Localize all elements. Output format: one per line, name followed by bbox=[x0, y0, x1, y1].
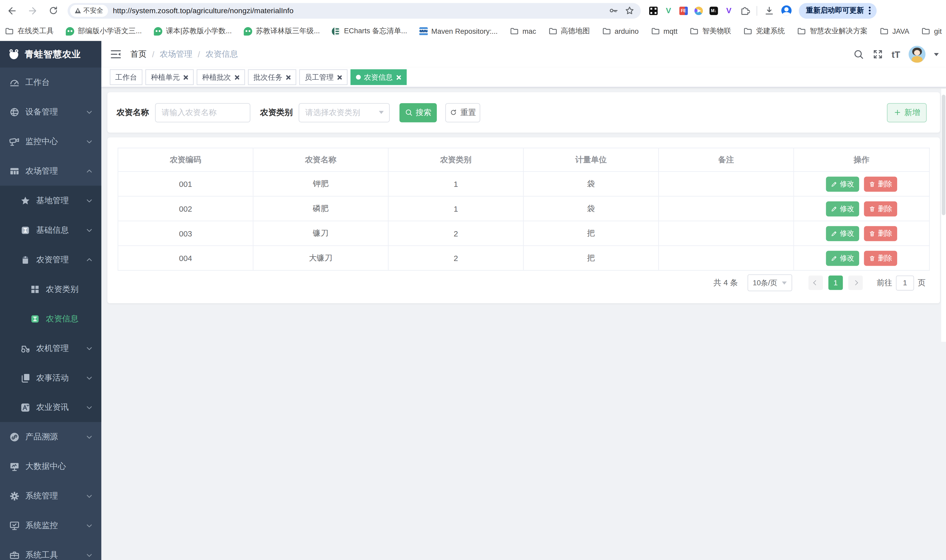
table-header-row: 农资编码 农资名称 农资类别 计量单位 备注 操作 bbox=[118, 148, 929, 172]
sidebar-item-workbench[interactable]: 工作台 bbox=[0, 68, 102, 97]
farm-submenu: 基地管理 基础信息 农资管理 农资类别 bbox=[0, 186, 102, 422]
search-button[interactable]: 搜索 bbox=[399, 103, 437, 122]
sidebar-item-basic-info[interactable]: 基础信息 bbox=[0, 215, 102, 245]
bookmark-folder[interactable]: 党建系统 bbox=[743, 26, 785, 36]
edit-button[interactable]: 修改 bbox=[826, 251, 859, 266]
delete-button[interactable]: 删除 bbox=[864, 226, 897, 241]
qr-extension-icon[interactable] bbox=[649, 6, 657, 15]
bookmark-item[interactable]: ECharts 备忘清单... bbox=[332, 26, 407, 36]
media-extension-icon[interactable] bbox=[694, 6, 703, 15]
password-key-icon[interactable] bbox=[608, 5, 619, 15]
bookmark-folder[interactable]: arduino bbox=[602, 27, 639, 35]
close-icon[interactable] bbox=[285, 74, 291, 80]
goto-page-input[interactable] bbox=[896, 275, 914, 290]
update-chrome-button[interactable]: 重新启动即可更新 bbox=[799, 3, 877, 18]
tab-planting-batch[interactable]: 种植批次 bbox=[197, 69, 245, 85]
sidebar-item-system-monitoring[interactable]: 系统监控 bbox=[0, 511, 102, 540]
chevron-down-icon bbox=[86, 403, 93, 411]
bookmark-item[interactable]: MVNMaven Repository:... bbox=[419, 27, 498, 35]
next-page-button[interactable] bbox=[848, 275, 863, 290]
sidebar-item-agri-news[interactable]: 农业资讯 bbox=[0, 392, 102, 422]
close-icon[interactable] bbox=[183, 74, 188, 80]
sidebar-item-farming-activities[interactable]: 农事活动 bbox=[0, 363, 102, 392]
page-number-1[interactable]: 1 bbox=[829, 275, 843, 290]
vite-extension-icon[interactable]: V bbox=[725, 6, 733, 15]
reset-button[interactable]: 重置 bbox=[445, 103, 480, 122]
sidebar-item-base-management[interactable]: 基地管理 bbox=[0, 186, 102, 215]
sidebar-item-system-management[interactable]: 系统管理 bbox=[0, 481, 102, 511]
breadcrumb-home[interactable]: 首页 bbox=[130, 49, 147, 60]
markdown-extension-icon[interactable]: M↓ bbox=[710, 6, 718, 15]
bookmark-item[interactable]: 苏教译林版三年级... bbox=[244, 26, 320, 36]
font-size-icon[interactable]: tT bbox=[892, 49, 900, 59]
bookmark-folder[interactable]: JAVA bbox=[880, 27, 909, 35]
sidebar-item-material-info[interactable]: 农资信息 bbox=[0, 304, 102, 333]
edit-button[interactable]: 修改 bbox=[826, 176, 859, 191]
tab-workbench[interactable]: 工作台 bbox=[110, 69, 142, 85]
edit-button[interactable]: 修改 bbox=[826, 226, 859, 241]
sidebar-item-material-management[interactable]: 农资管理 bbox=[0, 245, 102, 274]
bookmark-item[interactable]: 课本|苏教版小学数... bbox=[154, 26, 232, 36]
forward-icon[interactable] bbox=[24, 2, 41, 19]
breadcrumb-farm[interactable]: 农场管理 bbox=[160, 49, 192, 60]
sidebar-item-product-tracing[interactable]: 产品溯源 bbox=[0, 422, 102, 452]
chevron-up-icon bbox=[86, 256, 93, 263]
sidebar-item-material-category[interactable]: 农资类别 bbox=[0, 274, 102, 304]
col-header: 备注 bbox=[659, 148, 794, 171]
sidebar-item-devices[interactable]: 设备管理 bbox=[0, 97, 102, 127]
bookmark-star-icon[interactable] bbox=[624, 5, 634, 15]
gear-icon bbox=[9, 490, 20, 501]
url-text[interactable]: http://system.zosoft.top/agriculture/non… bbox=[113, 6, 608, 15]
search-icon[interactable] bbox=[853, 49, 864, 60]
fe-extension-icon[interactable]: FE bbox=[679, 6, 688, 15]
warning-icon bbox=[75, 8, 81, 14]
sidebar-item-farm-management[interactable]: 农场管理 bbox=[0, 156, 102, 186]
bookmark-item[interactable]: 部编版小学语文三... bbox=[66, 26, 142, 36]
material-name-input[interactable] bbox=[155, 103, 250, 122]
delete-button[interactable]: 删除 bbox=[864, 176, 897, 191]
chrome-profile-avatar[interactable] bbox=[781, 6, 792, 16]
sidebar-item-monitoring-center[interactable]: 监控中心 bbox=[0, 127, 102, 156]
extensions-puzzle-icon[interactable] bbox=[740, 5, 750, 15]
bookmark-folder[interactable]: 智美物联 bbox=[690, 26, 731, 36]
sidebar-item-machinery-management[interactable]: 农机管理 bbox=[0, 333, 102, 363]
delete-button[interactable]: 删除 bbox=[864, 251, 897, 266]
delete-button[interactable]: 删除 bbox=[864, 201, 897, 216]
user-avatar[interactable] bbox=[909, 46, 925, 63]
material-category-select[interactable]: 请选择农资类别 bbox=[299, 103, 390, 122]
address-bar[interactable]: 不安全 http://system.zosoft.top/agriculture… bbox=[68, 3, 641, 18]
tab-batch-task[interactable]: 批次任务 bbox=[248, 69, 296, 85]
pagination: 共 4 条 10条/页 1 前往 页 bbox=[713, 274, 925, 291]
close-icon[interactable] bbox=[234, 74, 239, 80]
bookmark-folder[interactable]: 在线类工具 bbox=[5, 26, 54, 36]
tab-planting-unit[interactable]: 种植单元 bbox=[145, 69, 194, 85]
sidebar-item-bigdata-center[interactable]: 大数据中心 bbox=[0, 452, 102, 481]
tab-material-info[interactable]: 农资信息 bbox=[350, 69, 406, 85]
add-button[interactable]: 新增 bbox=[887, 103, 927, 122]
back-icon[interactable] bbox=[4, 2, 21, 19]
page-size-select[interactable]: 10条/页 bbox=[747, 274, 792, 291]
fullscreen-icon[interactable] bbox=[872, 49, 883, 60]
close-icon[interactable] bbox=[396, 74, 401, 80]
user-menu-caret-icon[interactable] bbox=[934, 53, 938, 56]
edit-button[interactable]: 修改 bbox=[826, 201, 859, 216]
scrollbar-thumb[interactable] bbox=[942, 95, 946, 215]
bookmark-folder[interactable]: mac bbox=[510, 27, 536, 35]
prev-page-button[interactable] bbox=[809, 275, 823, 290]
tab-staff-management[interactable]: 员工管理 bbox=[299, 69, 347, 85]
more-menu-icon[interactable] bbox=[869, 10, 871, 12]
vue-devtools-icon[interactable]: V bbox=[664, 6, 673, 15]
close-icon[interactable] bbox=[337, 74, 342, 80]
scrollbar-track[interactable] bbox=[941, 89, 946, 342]
bookmark-folder[interactable]: 高德地图 bbox=[548, 26, 590, 36]
bookmark-folder[interactable]: git bbox=[921, 27, 942, 35]
col-header: 农资编码 bbox=[118, 148, 253, 171]
logo[interactable]: 青蛙智慧农业 bbox=[0, 41, 102, 68]
reload-icon[interactable] bbox=[45, 2, 62, 19]
collapse-sidebar-icon[interactable] bbox=[110, 48, 122, 60]
bookmark-folder[interactable]: 智慧农业解决方案 bbox=[797, 26, 867, 36]
security-chip[interactable]: 不安全 bbox=[70, 5, 108, 17]
downloads-icon[interactable] bbox=[764, 5, 775, 16]
sidebar-item-system-tools[interactable]: 系统工具 bbox=[0, 540, 102, 560]
bookmark-folder[interactable]: mqtt bbox=[651, 27, 677, 35]
